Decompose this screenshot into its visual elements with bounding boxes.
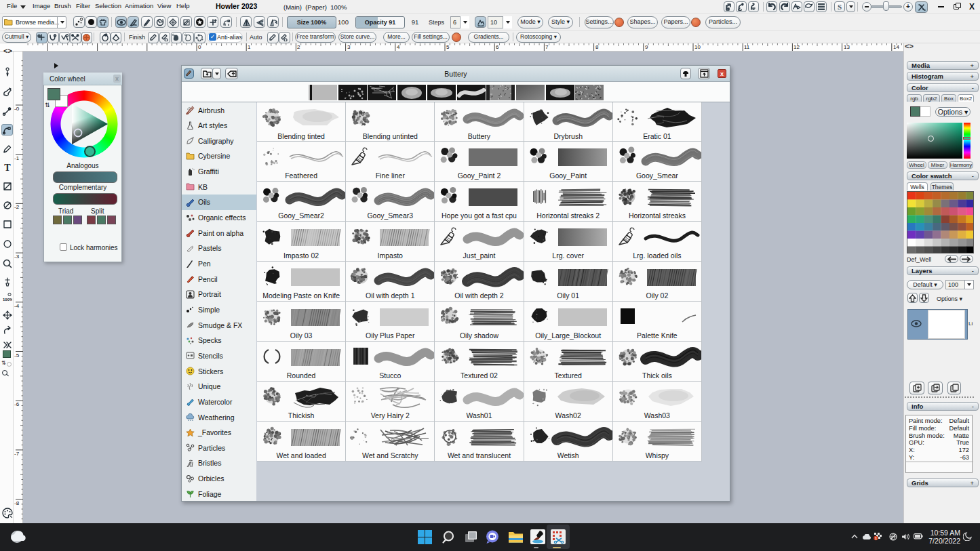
svg-text:100%: 100% <box>3 298 12 302</box>
svg-text:S: S <box>838 3 842 11</box>
svg-text:T: T <box>4 163 11 172</box>
svg-text:1: 1 <box>875 536 877 540</box>
